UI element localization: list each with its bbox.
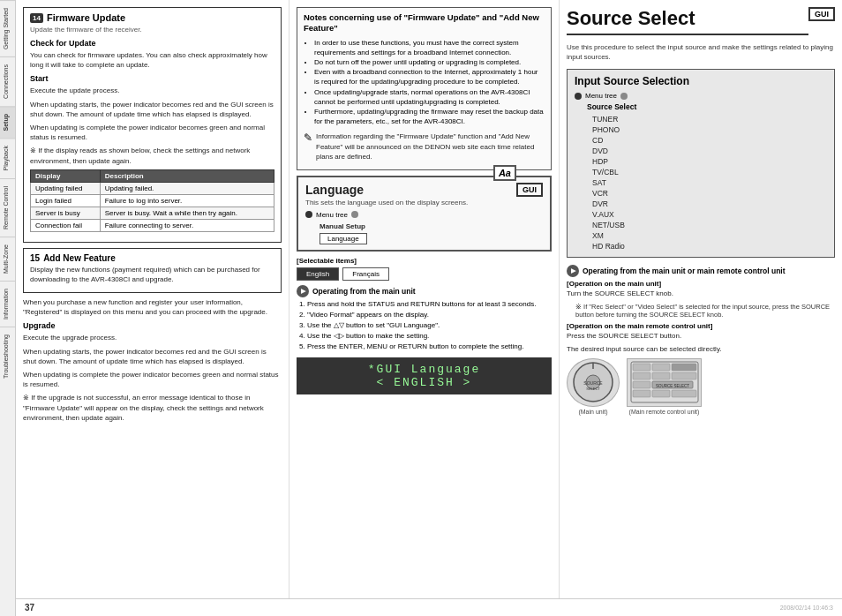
table-cell: Connection fail: [31, 219, 101, 231]
svg-rect-8: [672, 364, 696, 371]
svg-rect-12: [633, 381, 650, 388]
svg-text:SELECT: SELECT: [586, 387, 600, 391]
section2-num-badge: 15: [30, 253, 40, 263]
op-note1: ※ If "Rec Select" or "Video Select" is s…: [575, 303, 835, 319]
main-unit-caption: (Main unit): [567, 409, 620, 415]
sidebar-item-getting-started[interactable]: Getting Started: [0, 0, 15, 56]
notes-title: Notes concerning use of "Firmware Update…: [304, 12, 545, 34]
source-item: HD Radio: [592, 241, 827, 252]
dot-empty: [351, 211, 358, 218]
svg-rect-16: [652, 390, 670, 397]
language-menu-item: Language: [320, 233, 367, 244]
firmware-update-subtitle: Update the firmware of the receiver.: [30, 26, 274, 34]
top-area: 14 Firmware Update Update the firmware o…: [16, 0, 842, 598]
input-source-box: Input Source Selection Menu tree Source …: [567, 69, 835, 258]
source-item: PHONO: [592, 124, 827, 135]
table-cell: Server is busy: [31, 207, 101, 219]
source-item: VCR: [592, 188, 827, 199]
sidebar: Getting Started Connections Setup Playba…: [0, 0, 16, 616]
table-cell: Server is busy. Wait a while then try ag…: [100, 207, 274, 219]
check-for-update-heading: Check for Update: [30, 39, 274, 48]
english-button[interactable]: English: [297, 267, 339, 281]
selectable-buttons: English Français: [297, 267, 552, 281]
source-item: HDP: [592, 156, 827, 167]
note-text: ※ If the display reads as shown below, c…: [30, 146, 274, 165]
table-header-description: Description: [100, 169, 274, 182]
svg-rect-6: [633, 364, 650, 371]
language-title: Language: [305, 183, 468, 197]
sidebar-item-multi-zone[interactable]: Multi-Zone: [0, 237, 15, 281]
op-main-unit-text: Turn the SOURCE SELECT knob.: [567, 289, 835, 298]
right-menu-tree-row: Menu tree: [575, 92, 827, 100]
op-remote-text: Press the SOURCE SELECT button.: [567, 331, 835, 341]
remote-unit-caption: (Main remote control unit): [627, 409, 702, 415]
firmware-update-label: Firmware Update: [47, 12, 125, 23]
step-item: Press and hold the STATUS and RETURN but…: [307, 299, 552, 310]
source-select-label: Source Select: [587, 102, 827, 111]
op-main-title-text: Operating from the main unit: [312, 287, 416, 296]
source-item: DVR: [592, 199, 827, 209]
sidebar-item-information[interactable]: Information: [0, 281, 15, 327]
table-cell: Failure connecting to server.: [100, 219, 274, 231]
middle-column: Notes concerning use of "Firmware Update…: [289, 0, 560, 598]
francais-button[interactable]: Français: [342, 267, 389, 281]
main-unit-image: SOURCE SELECT: [567, 358, 620, 407]
svg-text:SOURCE: SOURCE: [583, 380, 603, 386]
table-header-display: Display: [31, 169, 101, 182]
right-dot-filled: [575, 93, 582, 100]
remote-unit-image-container: SOURCE SELECT (Main remote control unit): [627, 358, 702, 415]
svg-rect-11: [672, 372, 696, 379]
display-box: *GUI Language< ENGLISH >: [297, 357, 552, 394]
page-number: 37: [25, 603, 34, 612]
source-item: DVD: [592, 146, 827, 156]
table-cell: Login failed: [31, 194, 101, 207]
section-num-badge: 14: [30, 13, 43, 23]
images-row: SOURCE SELECT (Main unit): [567, 358, 835, 415]
language-section: Language This sets the language used on …: [297, 176, 552, 252]
svg-text:SOURCE SELECT: SOURCE SELECT: [655, 384, 688, 388]
note-bullet: Do not turn off the power until updating…: [314, 57, 545, 67]
sidebar-item-playback[interactable]: Playback: [0, 138, 15, 177]
add-new-feature-label: Add New Feature: [43, 253, 116, 263]
svg-rect-7: [652, 364, 670, 371]
svg-rect-17: [672, 390, 696, 397]
upgrade-text2: When updating starts, the power indicato…: [23, 347, 282, 366]
input-source-title: Input Source Selection: [575, 75, 827, 87]
menu-tree-label: Menu tree: [316, 211, 348, 219]
selectable-label: [Selectable items]: [297, 257, 552, 265]
manual-setup-label: Manual Setup: [320, 222, 543, 231]
op-unit-title-row: ▶ Operating from the main unit or main r…: [567, 265, 835, 277]
sidebar-item-troubleshooting[interactable]: Troubleshooting: [0, 327, 15, 386]
source-item: TV/CBL: [592, 167, 827, 177]
sidebar-item-connections[interactable]: Connections: [0, 56, 15, 106]
firmware-update-section: 14 Firmware Update Update the firmware o…: [23, 7, 282, 243]
gui-badge-right: GUI: [808, 7, 835, 21]
svg-rect-10: [652, 372, 670, 379]
sidebar-item-remote-control[interactable]: Remote Control: [0, 178, 15, 237]
upgrade-heading: Upgrade: [23, 321, 282, 330]
table-cell: Updating failed.: [100, 182, 274, 194]
error-table: Display Description Updating failedUpdat…: [30, 169, 274, 232]
source-desc: Use this procedure to select the input s…: [567, 42, 835, 62]
note-bullet: Furthermore, updating/upgrading the firm…: [314, 107, 545, 126]
svg-rect-15: [633, 390, 650, 397]
op-main-unit-label: [Operation on the main unit]: [567, 280, 835, 288]
speaker-icon: ▶: [297, 285, 309, 297]
left-column: 14 Firmware Update Update the firmware o…: [16, 0, 289, 598]
right-dot-empty: [620, 93, 628, 100]
table-cell: Updating failed: [31, 182, 101, 194]
step-item: "Video Format" appears on the display.: [307, 310, 552, 320]
dot-filled: [305, 211, 312, 218]
sidebar-item-setup[interactable]: Setup: [0, 106, 15, 138]
add-new-feature-section: 15 Add New Feature Display the new funct…: [23, 248, 282, 293]
start-text2: When updating starts, the power indicato…: [30, 100, 274, 119]
source-item: XM: [592, 230, 827, 241]
start-heading: Start: [30, 74, 274, 83]
upgrade-text3: When updating is complete the power indi…: [23, 370, 282, 389]
start-text1: Execute the update process.: [30, 86, 274, 95]
firmware-update-title: 14 Firmware Update: [30, 12, 274, 23]
source-item: TUNER: [592, 114, 827, 124]
source-item: CD: [592, 135, 827, 146]
source-item: NET/USB: [592, 220, 827, 230]
upgrade-note2: When you purchase a new function and reg…: [23, 297, 282, 317]
